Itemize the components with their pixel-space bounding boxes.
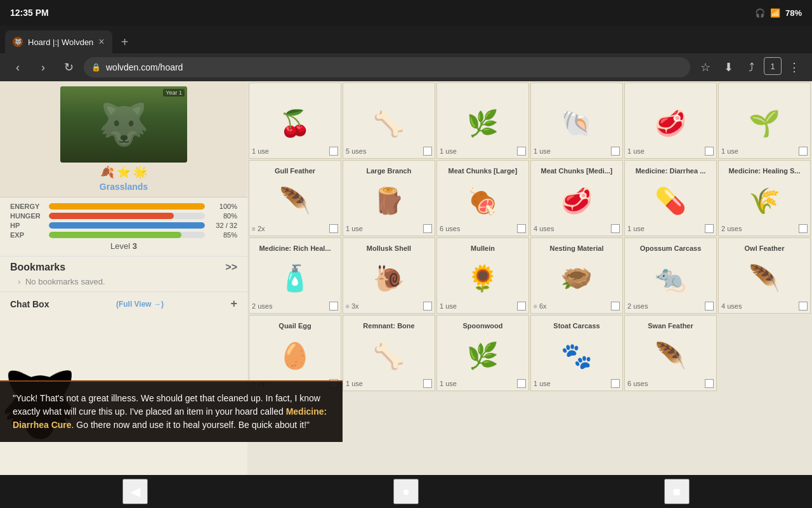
battery-display: 78% <box>785 8 802 18</box>
item-checkbox[interactable] <box>799 302 808 311</box>
item-name: Large Branch <box>367 163 412 178</box>
item-name: Quail Egg <box>278 318 311 333</box>
bookmarks-expand-button[interactable]: >> <box>225 262 237 273</box>
item-checkbox[interactable] <box>423 302 432 311</box>
android-recent-button[interactable]: ■ <box>664 479 690 504</box>
item-cell[interactable]: 🌱1 use <box>718 83 811 159</box>
item-cell[interactable]: 🦴5 uses <box>343 83 435 159</box>
item-checkbox[interactable] <box>611 379 620 388</box>
item-cell[interactable]: Stoat Carcass🐾1 use <box>530 315 623 391</box>
item-checkbox[interactable] <box>705 379 714 388</box>
item-cell[interactable]: 🥩1 use <box>624 83 717 159</box>
active-tab[interactable]: 🐺 Hoard |:| Wolvden × <box>5 30 112 53</box>
item-checkbox[interactable] <box>423 224 432 233</box>
item-footer: 1 use <box>627 224 714 233</box>
item-cell[interactable]: Opossum Carcass🐀2 uses <box>624 237 717 314</box>
android-back-button[interactable]: ◀ <box>122 479 148 504</box>
tabs-count-button[interactable]: 1 <box>764 57 782 75</box>
back-button[interactable]: ‹ <box>8 57 28 77</box>
item-uses: 1 use <box>346 380 363 387</box>
item-name: Swan Feather <box>648 318 693 333</box>
bookmarks-title: Bookmarks <box>10 262 65 273</box>
item-checkbox[interactable] <box>517 302 526 311</box>
tab-close-button[interactable]: × <box>98 36 104 48</box>
chat-header: Chat Box (Full View →) + <box>10 297 237 311</box>
item-cell[interactable]: Gull Feather🪶≡ 2x <box>249 160 341 236</box>
stack-icon: ≡ <box>252 225 256 232</box>
star-1: 🍂 <box>100 165 114 179</box>
no-bookmarks-label: No bookmarks saved. <box>25 277 105 286</box>
item-cell[interactable]: 🐚1 use <box>530 83 623 159</box>
stack-icon: ≡ <box>346 303 350 310</box>
download-button[interactable]: ⬇ <box>718 57 738 77</box>
share-button[interactable]: ⤴ <box>741 57 761 77</box>
item-checkbox[interactable] <box>705 302 714 311</box>
hoard-grid: 🍒1 use🦴5 uses🌿1 use🐚1 use🥩1 use🌱1 useGul… <box>247 81 812 392</box>
item-cell[interactable]: Medicine: Rich Heal...🧴2 uses <box>249 237 341 314</box>
item-checkbox[interactable] <box>423 379 432 388</box>
item-checkbox[interactable] <box>329 147 338 156</box>
item-checkbox[interactable] <box>799 224 808 233</box>
item-cell[interactable]: Nesting Material🪹≡ 6x <box>530 237 623 314</box>
item-checkbox[interactable] <box>329 224 338 233</box>
item-footer: 1 use <box>346 224 432 233</box>
item-cell[interactable]: Large Branch🪵1 use <box>343 160 435 236</box>
bookmark-arrow-icon: › <box>18 277 20 286</box>
item-cell[interactable]: Medicine: Healing S...🌾2 uses <box>718 160 811 236</box>
item-cell[interactable]: Meat Chunks [Large]🍖6 uses <box>436 160 529 236</box>
item-checkbox[interactable] <box>705 147 714 156</box>
stats-section: ENERGY 100% HUNGER 80% HP 32 / 32 <box>0 197 247 257</box>
item-footer: 1 use <box>252 147 338 156</box>
item-cell[interactable]: Quail Egg🥚≡ 2x <box>249 315 341 391</box>
location-label[interactable]: Grasslands <box>100 182 148 192</box>
item-uses: 5 uses <box>346 147 366 155</box>
chat-full-view-link[interactable]: (Full View →) <box>116 300 164 309</box>
item-uses: ≡ 3x <box>346 302 359 310</box>
item-cell[interactable]: 🌿1 use <box>436 83 529 159</box>
exp-bar-bg <box>49 232 205 238</box>
hunger-bar-bg <box>49 213 205 219</box>
toolbar-right: ☆ ⬇ ⤴ 1 ⋮ <box>695 57 804 77</box>
item-checkbox[interactable] <box>705 224 714 233</box>
forward-button[interactable]: › <box>33 57 53 77</box>
item-checkbox[interactable] <box>517 379 526 388</box>
item-image: 🧴 <box>270 256 320 300</box>
item-checkbox[interactable] <box>329 302 338 311</box>
item-footer: 4 uses <box>534 224 620 233</box>
hunger-bar <box>49 213 174 219</box>
item-checkbox[interactable] <box>423 147 432 156</box>
reload-button[interactable]: ↻ <box>58 57 79 77</box>
browser-chrome: 🐺 Hoard |:| Wolvden × + ‹ › ↻ 🔒 wolvden.… <box>0 25 812 81</box>
item-checkbox[interactable] <box>517 147 526 156</box>
bookmark-star-button[interactable]: ☆ <box>695 57 716 77</box>
url-input-box[interactable]: 🔒 wolvden.com/hoard <box>84 57 690 77</box>
item-cell[interactable]: Swan Feather🪶6 uses <box>624 315 717 391</box>
chat-title: Chat Box <box>10 299 49 309</box>
item-uses: 1 use <box>721 147 738 155</box>
item-cell[interactable]: Meat Chunks [Medi...]🥩4 uses <box>530 160 623 236</box>
item-cell[interactable]: Owl Feather🪶4 uses <box>718 237 811 314</box>
item-footer: 6 uses <box>627 379 714 388</box>
menu-button[interactable]: ⋮ <box>784 57 804 77</box>
item-cell[interactable]: 🍒1 use <box>249 83 341 159</box>
item-cell[interactable]: Medicine: Diarrhea ...💊1 use <box>624 160 717 236</box>
item-uses: 1 use <box>627 225 645 232</box>
item-cell[interactable]: Remnant: Bone🦴1 use <box>343 315 435 391</box>
item-uses: 1 use <box>534 380 551 387</box>
new-tab-button[interactable]: + <box>115 30 135 53</box>
item-cell[interactable]: Spoonwood🌿1 use <box>436 315 529 391</box>
android-home-button[interactable]: ● <box>393 479 419 504</box>
item-footer: 2 uses <box>252 302 338 311</box>
bookmarks-section: Bookmarks >> › No bookmarks saved. <box>0 257 247 292</box>
item-checkbox[interactable] <box>799 147 808 156</box>
chat-add-button[interactable]: + <box>230 297 237 311</box>
item-checkbox[interactable] <box>517 224 526 233</box>
item-cell[interactable]: Mollusk Shell🐌≡ 3x <box>343 237 435 314</box>
item-footer: 1 use <box>440 379 526 388</box>
chat-overlay: "Yuck! That's not a great illness. We sh… <box>0 380 343 442</box>
item-checkbox[interactable] <box>611 224 620 233</box>
item-checkbox[interactable] <box>611 147 620 156</box>
item-cell[interactable]: Mullein🌻1 use <box>436 237 529 314</box>
item-footer: 2 uses <box>721 224 808 233</box>
item-checkbox[interactable] <box>611 302 620 311</box>
